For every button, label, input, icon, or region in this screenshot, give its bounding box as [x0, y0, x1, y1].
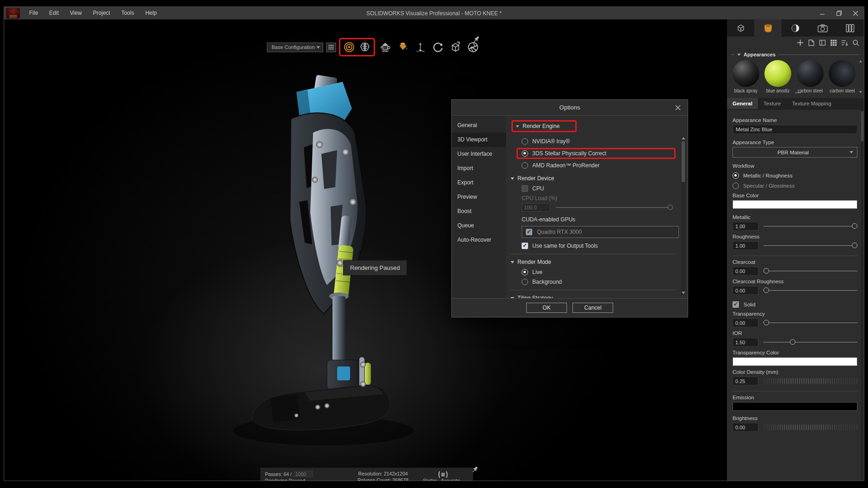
- cpu-load-input[interactable]: [522, 203, 550, 212]
- options-tab-export[interactable]: Export: [452, 176, 506, 190]
- menu-project[interactable]: Project: [87, 7, 116, 19]
- metallic-slider[interactable]: [763, 226, 857, 227]
- swatch-scrollbar[interactable]: [859, 59, 862, 94]
- scale-box-icon[interactable]: [448, 40, 463, 55]
- options-tab-3d-viewport[interactable]: 3D Viewport: [452, 133, 506, 147]
- close-button[interactable]: [847, 7, 864, 19]
- use-same-checkbox[interactable]: [522, 243, 528, 249]
- dialog-close-icon[interactable]: [674, 104, 682, 112]
- cancel-button[interactable]: Cancel: [573, 303, 613, 313]
- menu-file[interactable]: File: [24, 7, 43, 19]
- color-density-input[interactable]: [733, 377, 758, 385]
- radio-icon[interactable]: [522, 279, 528, 285]
- radio-icon[interactable]: [522, 138, 528, 145]
- minimize-button[interactable]: [814, 7, 831, 19]
- menu-tools[interactable]: Tools: [116, 7, 140, 19]
- roughness-input[interactable]: [733, 241, 758, 250]
- material-item[interactable]: carbon steel: [796, 60, 825, 93]
- gpu-checkbox[interactable]: [526, 229, 532, 235]
- appearances-section-header[interactable]: Appearances: [727, 49, 864, 58]
- toolbar-pin-icon[interactable]: [472, 35, 480, 45]
- clearcoat-roughness-input[interactable]: [733, 286, 758, 295]
- engine-option-nvidia[interactable]: NVIDIA® Iray®: [522, 138, 676, 145]
- options-tab-auto-recover[interactable]: Auto-Recover: [452, 233, 506, 247]
- emission-swatch[interactable]: [733, 402, 857, 411]
- subtab-texture-mapping[interactable]: Texture Mapping: [787, 98, 837, 109]
- options-tab-import[interactable]: Import: [452, 161, 506, 176]
- section-collapse-icon[interactable]: [511, 177, 514, 180]
- sort-icon[interactable]: [841, 39, 848, 46]
- use-same-row[interactable]: Use same for Output Tools: [522, 243, 676, 249]
- brightness-input[interactable]: [733, 423, 758, 432]
- options-tab-boost[interactable]: Boost: [452, 204, 506, 219]
- paint-bucket-icon[interactable]: [395, 40, 410, 55]
- metallic-input[interactable]: [733, 222, 758, 231]
- engine-option-stellar[interactable]: 3DS Stellar Physically Correct: [517, 148, 676, 159]
- ior-input[interactable]: [733, 338, 758, 347]
- radio-checked-icon[interactable]: [522, 269, 528, 275]
- options-tab-general[interactable]: General: [452, 118, 506, 133]
- configuration-list-button[interactable]: [326, 43, 336, 52]
- import-icon[interactable]: [808, 39, 815, 46]
- cpu-load-slider[interactable]: [556, 207, 673, 208]
- options-tab-queue[interactable]: Queue: [452, 219, 506, 233]
- roughness-slider[interactable]: [763, 245, 857, 246]
- section-collapse-icon[interactable]: [511, 261, 514, 263]
- properties-scrollbar[interactable]: [861, 110, 863, 481]
- cpu-checkbox-row[interactable]: CPU: [522, 185, 676, 192]
- clearcoat-roughness-slider[interactable]: [763, 290, 857, 291]
- render-engine-highlight-box[interactable]: Render Engine: [511, 120, 577, 132]
- options-tab-user-interface[interactable]: User Interface: [452, 147, 506, 161]
- tab-cameras[interactable]: [809, 19, 837, 37]
- subtab-general[interactable]: General: [727, 98, 758, 109]
- section-collapse-icon[interactable]: [511, 297, 514, 299]
- brightness-slider[interactable]: [763, 424, 857, 430]
- scroll-down-icon[interactable]: [682, 292, 685, 294]
- solid-checkbox[interactable]: [733, 301, 739, 308]
- search-icon[interactable]: [852, 39, 859, 46]
- engine-option-amd[interactable]: AMD Radeon™ ProRender: [522, 162, 676, 169]
- subtab-texture[interactable]: Texture: [758, 98, 787, 109]
- grid-view-icon[interactable]: [830, 39, 837, 46]
- passes-total-input[interactable]: [294, 471, 313, 477]
- scroll-up-icon[interactable]: [859, 60, 862, 62]
- clearcoat-slider[interactable]: [763, 271, 857, 272]
- add-icon[interactable]: [797, 39, 804, 46]
- move-object-icon[interactable]: [413, 40, 428, 55]
- scroll-thumb[interactable]: [861, 111, 863, 141]
- workflow-metallic-option[interactable]: Metallic / Roughness: [733, 172, 857, 179]
- menu-edit[interactable]: Edit: [43, 7, 64, 19]
- transparency-slider[interactable]: [763, 323, 857, 323]
- ok-button[interactable]: OK: [526, 303, 567, 313]
- restore-button[interactable]: [831, 7, 847, 19]
- appearance-type-select[interactable]: PBR Material: [733, 147, 857, 158]
- radio-icon[interactable]: [733, 183, 739, 189]
- mode-option-live[interactable]: Live: [522, 269, 676, 275]
- fast-mode-rings-icon[interactable]: [342, 40, 357, 55]
- scroll-thumb[interactable]: [682, 141, 685, 182]
- ior-slider[interactable]: [763, 342, 857, 343]
- base-color-swatch[interactable]: [733, 200, 857, 209]
- material-item[interactable]: carbon steel: [828, 60, 857, 93]
- clearcoat-input[interactable]: [733, 267, 758, 275]
- cpu-checkbox[interactable]: [522, 185, 528, 192]
- tab-appearances[interactable]: [754, 19, 782, 37]
- mode-option-background[interactable]: Background: [522, 279, 676, 285]
- pause-icon[interactable]: [438, 471, 448, 478]
- options-tab-preview[interactable]: Preview: [452, 190, 506, 204]
- tab-environments[interactable]: [782, 19, 809, 37]
- statusbar-pin-icon[interactable]: [471, 466, 479, 474]
- radio-checked-icon[interactable]: [733, 172, 739, 179]
- appearance-name-input[interactable]: [733, 125, 857, 134]
- workflow-specular-option[interactable]: Specular / Glossiness: [733, 183, 857, 189]
- solid-checkbox-row[interactable]: Solid: [733, 301, 857, 308]
- material-item[interactable]: blue anodiz: [764, 60, 793, 93]
- transparency-input[interactable]: [733, 318, 758, 327]
- configuration-select[interactable]: Base Configuration: [267, 43, 323, 52]
- prosthetic-leg-model[interactable]: [226, 63, 430, 456]
- split-view-icon[interactable]: [819, 39, 826, 46]
- radio-checked-icon[interactable]: [522, 150, 528, 157]
- scroll-down-icon[interactable]: [859, 91, 862, 93]
- menu-help[interactable]: Help: [140, 7, 162, 19]
- rotate-view-icon[interactable]: [431, 40, 445, 55]
